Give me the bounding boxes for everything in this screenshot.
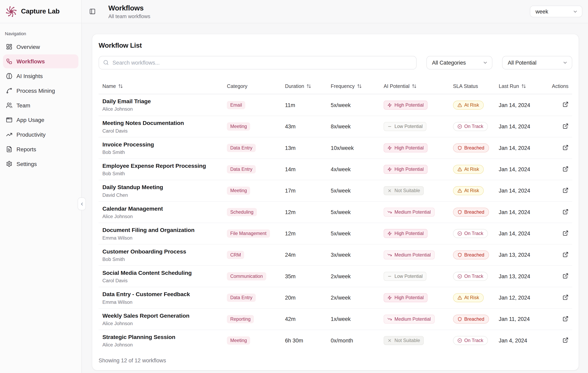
table-row[interactable]: Calendar Management Alice Johnson Schedu… — [99, 201, 572, 222]
open-workflow-button[interactable] — [562, 166, 568, 172]
sidebar-item-reports[interactable]: Reports — [3, 142, 78, 156]
last-run-value: Jan 14, 2024 — [499, 145, 549, 151]
workflow-owner: Bob Smith — [102, 171, 227, 176]
last-run-value: Jan 14, 2024 — [499, 166, 549, 172]
shield-icon — [458, 253, 462, 257]
column-label: Duration — [285, 83, 304, 89]
frequency-value: 8x/week — [331, 123, 384, 130]
potential-filter-select[interactable]: All Potential — [502, 56, 572, 69]
sidebar-item-workflows[interactable]: Workflows — [3, 55, 78, 68]
external-link-icon — [562, 187, 568, 193]
table-header-row: Name Category Duration Frequency AI Pote… — [99, 78, 572, 94]
table-row[interactable]: Customer Onboarding Process Bob Smith CR… — [99, 244, 572, 265]
sort-icon[interactable] — [521, 84, 526, 88]
open-workflow-button[interactable] — [562, 273, 568, 279]
open-workflow-button[interactable] — [562, 144, 568, 151]
last-run-value: Jan 14, 2024 — [499, 188, 549, 194]
app-logo: Capture Lab — [0, 0, 81, 23]
shield-icon — [458, 317, 462, 321]
duration-value: 12m — [285, 209, 331, 215]
sidebar-item-ai-insights[interactable]: AI Insights — [3, 69, 78, 83]
sidebar-item-overview[interactable]: Overview — [3, 40, 78, 54]
circle-check-icon — [458, 231, 462, 236]
duration-value: 11m — [285, 102, 331, 108]
column-label: Frequency — [331, 83, 355, 89]
sidebar-item-app-usage[interactable]: App Usage — [3, 113, 78, 127]
column-header-name: Name — [102, 83, 227, 89]
last-run-value: Jan 14, 2024 — [499, 209, 549, 215]
workflow-name: Strategic Planning Session — [102, 334, 227, 340]
sla-status-badge: Breached — [453, 208, 489, 217]
sidebar-item-settings[interactable]: Settings — [3, 157, 78, 171]
table-row[interactable]: Meeting Notes Documentation Carol Davis … — [99, 116, 572, 137]
table-row[interactable]: Weekly Sales Report Generation Alice Joh… — [99, 308, 572, 329]
shield-icon — [458, 210, 462, 214]
sidebar-item-team[interactable]: Team — [3, 98, 78, 112]
sort-icon[interactable] — [412, 84, 417, 88]
last-run-value: Jan 12, 2024 — [499, 295, 549, 301]
sidebar-item-productivity[interactable]: Productivity — [3, 128, 78, 142]
external-link-icon — [562, 101, 568, 108]
open-workflow-button[interactable] — [562, 209, 568, 215]
trending-down-icon — [388, 210, 392, 214]
period-select[interactable]: week — [530, 6, 582, 17]
open-workflow-button[interactable] — [562, 294, 568, 300]
sla-status-badge: Breached — [453, 143, 489, 153]
chevron-left-icon — [79, 201, 84, 206]
frequency-value: 4x/week — [331, 166, 384, 172]
zap-icon — [388, 103, 392, 107]
sidebar-collapse-button[interactable] — [78, 197, 86, 210]
page-subtitle: All team workflows — [108, 13, 150, 19]
table-row[interactable]: Invoice Processing Bob Smith Data Entry … — [99, 137, 572, 158]
column-header-ai-potential: AI Potential — [384, 83, 453, 89]
category-filter-select[interactable]: All Categories — [426, 56, 492, 69]
ai-potential-badge: Low Potential — [384, 122, 426, 131]
capture-lab-logo-icon — [5, 5, 18, 18]
ai-potential-badge: High Potential — [384, 165, 427, 174]
table-row[interactable]: Daily Standup Meeting David Chen Meeting… — [99, 180, 572, 201]
last-run-value: Jan 14, 2024 — [499, 102, 549, 108]
sort-icon[interactable] — [357, 84, 362, 88]
workflow-owner: Alice Johnson — [102, 342, 227, 347]
search-input[interactable] — [99, 56, 417, 69]
topbar: Workflows All team workflows week — [82, 0, 588, 23]
results-count: Showing 12 of 12 workflows — [99, 357, 572, 363]
column-header-duration: Duration — [285, 83, 331, 89]
category-badge: Scheduling — [227, 208, 257, 216]
sla-status-badge: At Risk — [453, 100, 483, 110]
ai-potential-badge: Medium Potential — [384, 208, 434, 217]
table-row[interactable]: Data Entry - Customer Feedback Emma Wils… — [99, 287, 572, 308]
table-row[interactable]: Social Media Content Scheduling Carol Da… — [99, 265, 572, 287]
filters-row: All Categories All Potential — [99, 56, 572, 69]
external-link-icon — [562, 230, 568, 236]
main-area: Workflows All team workflows week Workfl… — [82, 0, 588, 373]
open-workflow-button[interactable] — [562, 123, 568, 129]
table-row[interactable]: Employee Expense Report Processing Bob S… — [99, 158, 572, 180]
app-window-icon — [6, 117, 12, 123]
sidebar-item-process-mining[interactable]: Process Mining — [3, 84, 78, 98]
table-row[interactable]: Daily Email Triage Alice Johnson Email 1… — [99, 94, 572, 115]
table-row[interactable]: Document Filing and Organization Emma Wi… — [99, 223, 572, 244]
open-workflow-button[interactable] — [562, 316, 568, 321]
open-workflow-button[interactable] — [562, 337, 568, 343]
x-icon — [388, 338, 392, 343]
category-badge: File Management — [227, 229, 270, 238]
open-workflow-button[interactable] — [562, 230, 568, 236]
ai-potential-badge: High Potential — [384, 100, 427, 110]
sidebar-item-label: Team — [16, 102, 30, 109]
minus-icon — [388, 124, 392, 129]
last-run-value: Jan 14, 2024 — [499, 230, 549, 237]
open-workflow-button[interactable] — [562, 101, 568, 108]
table-row[interactable]: Strategic Planning Session Alice Johnson… — [99, 329, 572, 351]
duration-value: 12m — [285, 230, 331, 237]
duration-value: 6h 30m — [285, 338, 331, 344]
zap-icon — [388, 231, 392, 236]
open-workflow-button[interactable] — [562, 251, 568, 257]
workflow-name: Meeting Notes Documentation — [102, 120, 227, 126]
sort-icon[interactable] — [306, 84, 311, 88]
ai-potential-badge: Medium Potential — [384, 251, 434, 260]
sort-icon[interactable] — [118, 84, 123, 88]
sidebar-toggle-button[interactable] — [89, 8, 96, 15]
open-workflow-button[interactable] — [562, 187, 568, 193]
column-label: SLA Status — [453, 83, 478, 89]
